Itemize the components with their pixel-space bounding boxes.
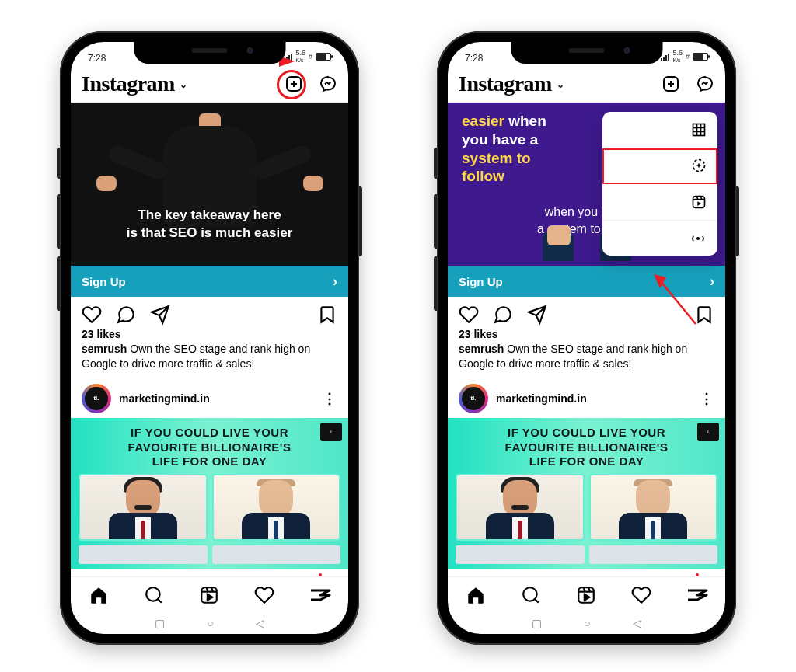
share-button[interactable]	[150, 305, 170, 325]
post2-line: IF YOU COULD LIVE YOUR	[131, 426, 288, 439]
home-tab[interactable]	[89, 585, 109, 605]
home-button[interactable]: ○	[584, 617, 590, 629]
post-media[interactable]: easier when you have a system to follow …	[448, 103, 725, 266]
recent-apps-button[interactable]: ▢	[532, 617, 542, 629]
brand-badge: tl.	[697, 423, 719, 441]
messenger-button[interactable]	[696, 75, 714, 93]
hash-icon: #	[686, 53, 690, 61]
device-notch	[134, 42, 285, 64]
menu-item-reel[interactable]: Reel	[602, 184, 717, 221]
post2-line: FAVOURITE BILLIONAIRE'S	[128, 440, 292, 454]
share-button[interactable]	[527, 305, 547, 325]
more-button[interactable]: ⋮	[323, 390, 337, 407]
add-post-button[interactable]	[285, 75, 303, 93]
avatar: tl.	[83, 385, 110, 412]
brand-logo[interactable]: Instagram ⌄	[82, 71, 187, 96]
post2-line: LIFE FOR ONE DAY	[152, 454, 267, 468]
battery-icon	[316, 53, 331, 61]
bottom-nav	[448, 576, 725, 612]
like-button[interactable]	[459, 305, 479, 325]
caption-username[interactable]: semrush	[459, 343, 504, 355]
signal-icon	[284, 54, 292, 61]
avatar: tl.	[460, 385, 487, 412]
billionaire-tile	[589, 474, 718, 541]
home-button[interactable]: ○	[207, 617, 213, 629]
comment-button[interactable]	[493, 305, 513, 325]
post2-line: IF YOU COULD LIVE YOUR	[508, 426, 665, 439]
recent-apps-button[interactable]: ▢	[155, 617, 165, 629]
back-button[interactable]: ◁	[256, 617, 264, 629]
messenger-button[interactable]	[319, 75, 337, 93]
svg-point-30	[696, 236, 700, 239]
add-post-button[interactable]	[662, 75, 680, 93]
reels-tab[interactable]	[199, 585, 219, 605]
comment-button[interactable]	[116, 305, 136, 325]
menu-item-story[interactable]: Story	[602, 148, 717, 185]
status-time: 7:28	[88, 53, 106, 64]
post-caption: semrush Own the SEO stage and rank high …	[71, 340, 348, 379]
back-button[interactable]: ◁	[633, 617, 641, 629]
notification-dot	[696, 573, 699, 576]
svg-marker-29	[697, 201, 701, 206]
svg-line-8	[158, 599, 162, 603]
account-row[interactable]: tl. marketingmind.in ⋮	[71, 379, 348, 418]
status-time: 7:28	[465, 53, 483, 64]
account-row[interactable]: tl. marketingmind.in ⋮	[448, 379, 725, 418]
more-button[interactable]: ⋮	[700, 390, 714, 407]
chevron-right-icon: ›	[710, 273, 714, 290]
svg-marker-13	[207, 594, 212, 600]
svg-rect-25	[693, 196, 705, 207]
reel-icon	[691, 194, 707, 210]
live-icon	[690, 231, 707, 246]
notification-dot	[319, 573, 322, 576]
save-button[interactable]	[317, 305, 337, 325]
billionaire-tile	[79, 474, 208, 541]
chevron-down-icon: ⌄	[180, 79, 187, 91]
activity-tab[interactable]	[631, 585, 651, 605]
post-media[interactable]: The key takeaway here is that SEO is muc…	[71, 103, 348, 266]
create-menu: Post Story Reel Live	[602, 112, 717, 256]
account-name[interactable]: marketingmind.in	[119, 392, 315, 405]
post-media-2[interactable]: tl. IF YOU COULD LIVE YOUR FAVOURITE BIL…	[448, 418, 725, 569]
home-tab[interactable]	[466, 585, 486, 605]
svg-marker-41	[584, 594, 589, 600]
media-caption: easier when you have a system to follow	[462, 112, 546, 186]
chevron-down-icon: ⌄	[557, 79, 564, 91]
app-header: Instagram ⌄	[448, 65, 725, 103]
post-caption: semrush Own the SEO stage and rank high …	[448, 340, 725, 379]
caption-username[interactable]: semrush	[82, 343, 127, 355]
reels-tab[interactable]	[576, 585, 596, 605]
brand-logo[interactable]: Instagram ⌄	[459, 71, 564, 96]
menu-item-post[interactable]: Post	[602, 112, 717, 148]
post2-line: LIFE FOR ONE DAY	[529, 454, 644, 468]
menu-item-live[interactable]: Live	[602, 221, 717, 256]
phone-mockup-left: 7:28 5.6K/s # Instagram ⌄	[60, 31, 359, 645]
profile-tab[interactable]	[686, 587, 708, 603]
annotation-arrow	[649, 270, 703, 332]
media-caption-line: The key takeaway here	[127, 207, 293, 225]
app-header: Instagram ⌄	[71, 65, 348, 103]
account-name[interactable]: marketingmind.in	[496, 392, 692, 405]
android-nav: ▢ ○ ◁	[448, 612, 725, 634]
svg-line-36	[535, 599, 539, 603]
cta-button[interactable]: Sign Up›	[71, 266, 348, 297]
brand-badge: tl.	[320, 423, 342, 441]
billionaire-tile	[456, 474, 585, 541]
profile-tab[interactable]	[309, 587, 331, 603]
like-button[interactable]	[82, 305, 102, 325]
svg-point-7	[146, 587, 159, 601]
chevron-right-icon: ›	[333, 273, 337, 290]
post-media-2[interactable]: tl. IF YOU COULD LIVE YOUR FAVOURITE BIL…	[71, 418, 348, 569]
post2-line: FAVOURITE BILLIONAIRE'S	[505, 440, 669, 454]
story-icon	[691, 158, 707, 173]
bottom-nav	[71, 576, 348, 612]
svg-line-31	[660, 280, 696, 324]
activity-tab[interactable]	[254, 585, 274, 605]
media-caption-line: is that SEO is much easier	[127, 225, 293, 242]
likes-count[interactable]: 23 likes	[71, 328, 348, 340]
search-tab[interactable]	[521, 585, 541, 605]
search-tab[interactable]	[144, 585, 164, 605]
android-nav: ▢ ○ ◁	[71, 612, 348, 634]
svg-point-35	[523, 587, 536, 601]
battery-icon	[693, 53, 708, 61]
